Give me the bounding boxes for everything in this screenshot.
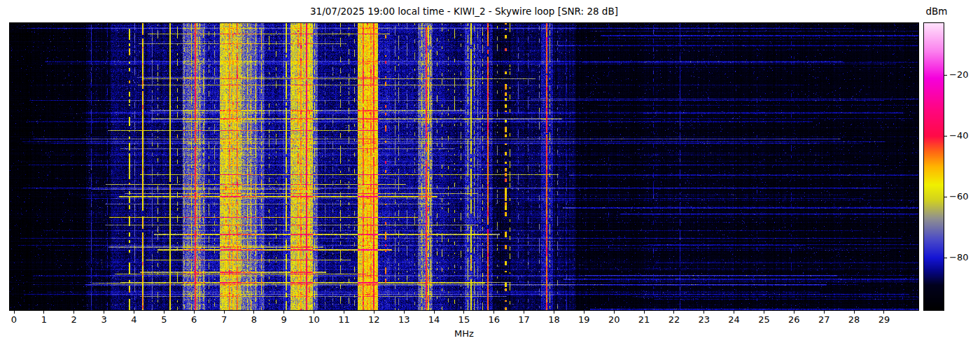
x-tick-mark: [194, 311, 195, 314]
x-tick-label: 19: [573, 314, 594, 325]
x-tick-label: 18: [543, 314, 564, 325]
x-tick-mark: [824, 311, 825, 314]
x-tick-mark: [463, 311, 464, 314]
x-tick-label: 29: [874, 314, 895, 325]
x-tick-label: 9: [274, 314, 295, 325]
x-tick-mark: [344, 311, 344, 314]
x-tick-mark: [104, 311, 104, 314]
x-tick-mark: [554, 311, 554, 314]
colorbar-tick-mark: [944, 258, 947, 258]
x-tick-mark: [253, 311, 254, 314]
x-tick-label: 20: [603, 314, 624, 325]
colorbar-unit-label: dBm: [921, 6, 952, 17]
x-tick-mark: [524, 311, 524, 314]
x-tick-mark: [644, 311, 645, 314]
colorbar-tick-mark: [944, 75, 947, 76]
x-tick-mark: [883, 311, 884, 314]
x-tick-label: 15: [454, 314, 475, 325]
spectrogram-plot-area: [9, 22, 919, 311]
x-tick-label: 2: [64, 314, 85, 325]
x-tick-mark: [404, 311, 405, 314]
spectrogram-canvas: [10, 23, 918, 310]
x-tick-label: 5: [153, 314, 174, 325]
x-tick-mark: [614, 311, 615, 314]
x-tick-label: 24: [724, 314, 745, 325]
x-tick-mark: [74, 311, 74, 314]
colorbar-tick-label: −60: [949, 191, 968, 202]
colorbar-tick-label: −80: [949, 252, 968, 262]
x-tick-mark: [764, 311, 764, 314]
x-tick-mark: [794, 311, 794, 314]
x-tick-mark: [284, 311, 284, 314]
x-tick-label: 13: [393, 314, 414, 325]
page-title: 31/07/2025 19:00 local time - KIWI_2 - S…: [310, 6, 618, 17]
x-tick-mark: [374, 311, 374, 314]
x-axis-label: MHz: [443, 328, 485, 339]
x-tick-label: 27: [813, 314, 834, 325]
x-tick-label: 1: [34, 314, 55, 325]
x-tick-label: 4: [123, 314, 144, 325]
x-tick-mark: [14, 311, 15, 314]
colorbar-tick-label: −20: [949, 69, 968, 80]
x-tick-label: 0: [4, 314, 24, 325]
x-tick-mark: [134, 311, 134, 314]
x-tick-mark: [314, 311, 314, 314]
x-tick-mark: [224, 311, 225, 314]
x-tick-label: 11: [333, 314, 354, 325]
x-tick-label: 3: [94, 314, 115, 325]
colorbar-tick-label: −40: [949, 130, 968, 141]
x-tick-label: 7: [214, 314, 234, 325]
colorbar-canvas: [924, 23, 944, 310]
x-tick-label: 10: [304, 314, 325, 325]
x-tick-label: 22: [664, 314, 685, 325]
colorbar: [923, 22, 944, 311]
x-tick-label: 6: [183, 314, 204, 325]
x-tick-mark: [734, 311, 734, 314]
x-tick-label: 25: [754, 314, 775, 325]
x-tick-label: 12: [363, 314, 384, 325]
x-tick-mark: [854, 311, 855, 314]
x-tick-mark: [43, 311, 44, 314]
x-tick-label: 21: [634, 314, 654, 325]
x-tick-mark: [673, 311, 674, 314]
x-tick-label: 8: [244, 314, 265, 325]
colorbar-tick-mark: [944, 197, 947, 197]
x-tick-label: 28: [844, 314, 864, 325]
x-tick-label: 16: [484, 314, 505, 325]
x-tick-mark: [164, 311, 164, 314]
colorbar-tick-mark: [944, 136, 947, 136]
x-tick-label: 26: [783, 314, 804, 325]
x-tick-mark: [493, 311, 494, 314]
x-tick-mark: [434, 311, 435, 314]
x-tick-label: 23: [694, 314, 715, 325]
x-tick-mark: [584, 311, 584, 314]
waterfall-figure: 31/07/2025 19:00 local time - KIWI_2 - S…: [0, 0, 980, 350]
x-tick-mark: [704, 311, 704, 314]
x-tick-label: 14: [424, 314, 444, 325]
x-tick-label: 17: [514, 314, 535, 325]
